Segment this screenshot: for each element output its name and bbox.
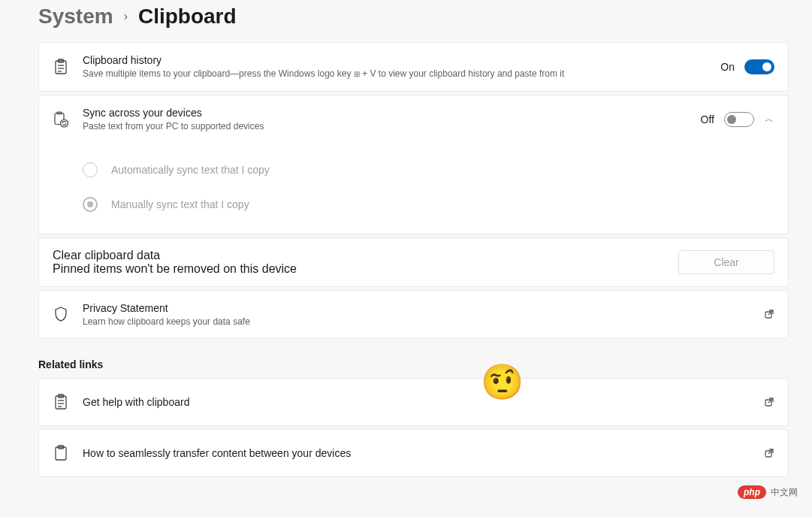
chevron-right-icon: › xyxy=(124,10,128,23)
setting-title: Sync across your devices xyxy=(83,106,701,119)
link-title: Get help with clipboard xyxy=(83,395,764,409)
setting-title: Clipboard history xyxy=(83,53,720,67)
clipboard-list-icon xyxy=(53,59,69,75)
windows-key-icon: ⊞ xyxy=(354,70,360,78)
shield-icon xyxy=(53,306,69,322)
setting-subtitle: Pinned items won't be removed on this de… xyxy=(53,262,678,276)
clipboard-icon xyxy=(53,445,69,461)
watermark-pill: php xyxy=(738,485,766,499)
sync-options-panel: Automatically sync text that I copy Manu… xyxy=(38,141,789,234)
chevron-up-icon[interactable]: ︿ xyxy=(764,113,774,125)
setting-subtitle: Learn how clipboard keeps your data safe xyxy=(83,316,764,328)
setting-row-clear-data: Clear clipboard data Pinned items won't … xyxy=(38,237,789,287)
setting-row-sync-devices[interactable]: Sync across your devices Paste text from… xyxy=(38,95,789,144)
clipboard-history-toggle[interactable] xyxy=(744,59,774,74)
radio-auto-sync[interactable] xyxy=(83,162,98,177)
svg-point-7 xyxy=(61,119,68,127)
radio-label: Automatically sync text that I copy xyxy=(111,164,270,176)
radio-row-manual-sync[interactable]: Manually sync text that I copy xyxy=(83,187,774,222)
clipboard-list-icon xyxy=(53,394,69,410)
watermark: php 中文网 xyxy=(738,485,798,499)
open-link-icon xyxy=(764,448,774,458)
setting-title: Clear clipboard data xyxy=(53,249,678,262)
related-link-transfer[interactable]: How to seamlessly transfer content betwe… xyxy=(38,429,789,477)
setting-subtitle: Save multiple items to your clipboard—pr… xyxy=(83,68,720,80)
radio-row-auto-sync[interactable]: Automatically sync text that I copy xyxy=(83,153,774,187)
related-link-help[interactable]: Get help with clipboard xyxy=(38,378,789,426)
setting-row-clipboard-history: Clipboard history Save multiple items to… xyxy=(38,42,789,92)
open-link-icon xyxy=(764,309,774,319)
related-links-heading: Related links xyxy=(38,342,789,378)
toggle-state-label: Off xyxy=(701,113,714,125)
sync-devices-toggle[interactable] xyxy=(724,112,754,127)
breadcrumb-parent[interactable]: System xyxy=(38,5,113,29)
setting-subtitle: Paste text from your PC to supported dev… xyxy=(83,121,701,133)
breadcrumb-current: Clipboard xyxy=(138,5,237,29)
radio-label: Manually sync text that I copy xyxy=(111,198,249,210)
watermark-text: 中文网 xyxy=(771,486,798,499)
setting-row-privacy[interactable]: Privacy Statement Learn how clipboard ke… xyxy=(38,290,789,340)
clipboard-sync-icon xyxy=(53,111,69,128)
open-link-icon xyxy=(764,397,774,407)
clear-button[interactable]: Clear xyxy=(678,250,774,274)
radio-manual-sync[interactable] xyxy=(83,197,98,212)
setting-title: Privacy Statement xyxy=(83,301,764,315)
toggle-state-label: On xyxy=(720,61,735,73)
breadcrumb: System › Clipboard xyxy=(38,0,789,42)
link-title: How to seamlessly transfer content betwe… xyxy=(83,446,764,460)
